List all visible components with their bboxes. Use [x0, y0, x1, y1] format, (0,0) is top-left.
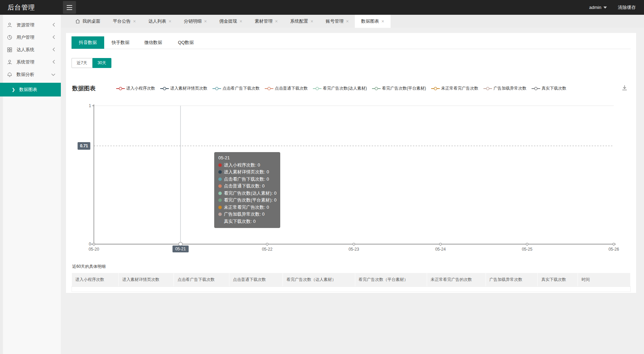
sidebar-item-4[interactable]: 系统管理 — [0, 56, 61, 68]
close-icon[interactable]: × — [133, 19, 136, 24]
tooltip-series-dot — [218, 206, 222, 209]
tooltip-series-dot — [218, 170, 222, 174]
legend-item-1[interactable]: 进入小程序次数 — [116, 85, 155, 91]
chevron-left-icon — [52, 47, 55, 53]
tooltip-row-text: 看完广告次数(平台素材): 0 — [224, 197, 276, 204]
window-tab-7[interactable]: 系统配置× — [284, 15, 319, 28]
tooltip-series-dot — [218, 213, 222, 216]
chevron-left-icon — [52, 35, 55, 40]
close-icon[interactable]: × — [240, 19, 242, 24]
sidebar-item-2[interactable]: 用户管理 — [0, 31, 61, 44]
content-card: 抖音数据快手数据微信数据QQ数据 近7天30天 数据图表 进入小程序次数进入素材… — [66, 33, 636, 293]
x-axis-pointer-label: 05-21 — [173, 245, 189, 252]
legend-item-4[interactable]: 点击普通下载次数 — [265, 85, 308, 91]
close-icon[interactable]: × — [168, 19, 171, 24]
close-icon[interactable]: × — [346, 19, 349, 24]
topbar: 后台管理 admin 清除缓存 — [0, 0, 644, 15]
table-empty-cell — [538, 287, 578, 292]
chart-tooltip: 05-21进入小程序次数: 0进入素材详情页次数: 0点击看广告下载次数: 0点… — [214, 152, 280, 228]
legend-item-5[interactable]: 看完广告次数(达人素材) — [313, 85, 367, 91]
download-icon[interactable] — [621, 84, 628, 92]
main-area: 我的桌面平台公告×达人列表×分销明细×佣金提现×素材管理×系统配置×账号管理×数… — [61, 15, 644, 354]
x-axis-label: 05-25 — [522, 247, 533, 252]
window-tab-6[interactable]: 素材管理× — [249, 15, 284, 28]
window-tab-9[interactable]: 数据图表× — [355, 15, 390, 28]
table-empty-cell — [72, 287, 119, 292]
platform-tab-4[interactable]: QQ数据 — [170, 36, 202, 49]
table-header-1: 进入小程序次数 — [72, 273, 119, 287]
x-axis-label: 05-26 — [609, 247, 619, 252]
tooltip-row: 看完广告次数(达人素材): 0 — [218, 190, 276, 197]
window-tab-1[interactable]: 我的桌面 — [69, 15, 107, 28]
platform-tab-1[interactable]: 抖音数据 — [72, 36, 104, 49]
tooltip-series-dot — [218, 198, 222, 202]
table-empty-cell — [578, 287, 631, 292]
legend-marker-icon — [372, 87, 381, 90]
tooltip-row-text: 看完广告次数(达人素材): 0 — [224, 190, 276, 197]
tooltip-row: 真实下载次数: 0 — [218, 218, 276, 225]
close-icon[interactable]: × — [204, 19, 207, 24]
tooltip-row: 点击看广告下载次数: 0 — [218, 176, 276, 183]
clear-cache-button[interactable]: 清除缓存 — [613, 4, 644, 11]
detail-section-title: 近60天的具体明细 — [72, 264, 106, 270]
hamburger-menu-icon[interactable] — [63, 1, 76, 14]
legend-label: 进入素材详情页次数 — [170, 85, 207, 91]
sidebar-item-label: 系统管理 — [17, 59, 52, 65]
legend-marker-icon — [160, 87, 169, 90]
close-icon[interactable]: × — [310, 19, 313, 24]
x-axis-label: 05-24 — [435, 247, 446, 252]
legend-item-9[interactable]: 真实下载次数 — [532, 85, 566, 91]
window-tab-strip: 我的桌面平台公告×达人列表×分销明细×佣金提现×素材管理×系统配置×账号管理×数… — [61, 15, 644, 28]
legend-item-2[interactable]: 进入素材详情页次数 — [160, 85, 207, 91]
window-tab-label: 账号管理 — [326, 18, 343, 24]
chart-canvas — [66, 103, 636, 256]
globe-icon — [7, 35, 12, 40]
table-empty-cell — [355, 287, 427, 292]
sidebar-subitem-data-chart[interactable]: ❯数据图表 — [0, 83, 61, 96]
sidebar: 资源管理用户管理达人系统系统管理数据分析❯数据图表 — [0, 15, 61, 354]
tooltip-row-text: 真实下载次数: 0 — [224, 218, 255, 225]
close-icon[interactable]: × — [275, 19, 278, 24]
table-header-8: 广告加载异常次数 — [486, 273, 538, 287]
window-tab-label: 分销明细 — [184, 18, 201, 24]
sidebar-item-label: 达人系统 — [17, 47, 52, 53]
legend-item-6[interactable]: 看完广告次数(平台素材) — [372, 85, 426, 91]
window-tab-3[interactable]: 达人列表× — [142, 15, 177, 28]
tooltip-row-text: 点击看广告下载次数: 0 — [224, 176, 269, 183]
sidebar-item-1[interactable]: 资源管理 — [0, 19, 61, 31]
window-tab-8[interactable]: 账号管理× — [319, 15, 355, 28]
platform-tab-2[interactable]: 快手数据 — [104, 36, 137, 49]
legend-label: 广告加载异常次数 — [493, 85, 526, 91]
range-button-1[interactable]: 近7天 — [72, 58, 92, 68]
tooltip-row: 广告加载异常次数: 0 — [218, 211, 276, 218]
table-header-7: 未正常看完广告的次数 — [427, 273, 486, 287]
sidebar-item-5[interactable]: 数据分析 — [0, 68, 61, 81]
tooltip-row-text: 广告加载异常次数: 0 — [224, 211, 264, 218]
window-tab-4[interactable]: 分销明细× — [177, 15, 213, 28]
legend-label: 真实下载次数 — [542, 85, 566, 91]
platform-tab-3[interactable]: 微信数据 — [137, 36, 170, 49]
chart-plot-area[interactable]: 010.7105-2005-2105-2205-2305-2405-2505-2… — [66, 103, 636, 256]
bell-icon — [7, 72, 12, 77]
user-menu[interactable]: admin — [583, 5, 613, 10]
table-header-9: 真实下载次数 — [538, 273, 578, 287]
close-icon[interactable]: × — [381, 19, 384, 24]
table-header-10: 时间 — [578, 273, 631, 287]
window-tab-5[interactable]: 佣金提现× — [213, 15, 249, 28]
sidebar-item-3[interactable]: 达人系统 — [0, 44, 61, 56]
chevron-left-icon — [52, 60, 55, 65]
sidebar-item-label: 数据分析 — [17, 71, 51, 78]
window-tab-2[interactable]: 平台公告× — [107, 15, 142, 28]
detail-table: 进入小程序次数进入素材详情页次数点击看广告下载次数点击普通下载次数看完广告次数（… — [72, 273, 631, 292]
tooltip-series-dot — [218, 184, 222, 188]
legend-item-3[interactable]: 点击看广告下载次数 — [212, 85, 260, 91]
range-button-2[interactable]: 30天 — [92, 58, 111, 68]
tooltip-row: 未正常看完广告次数: 0 — [218, 204, 276, 211]
legend-item-7[interactable]: 未正常看完广告次数 — [431, 85, 478, 91]
legend-item-8[interactable]: 广告加载异常次数 — [483, 85, 526, 91]
legend-label: 点击普通下载次数 — [275, 85, 308, 91]
chevron-down-icon — [51, 72, 55, 77]
table-header-5: 看完广告次数（达人素材） — [283, 273, 355, 287]
table-empty-cell — [174, 287, 229, 292]
chart-title: 数据图表 — [72, 84, 96, 92]
